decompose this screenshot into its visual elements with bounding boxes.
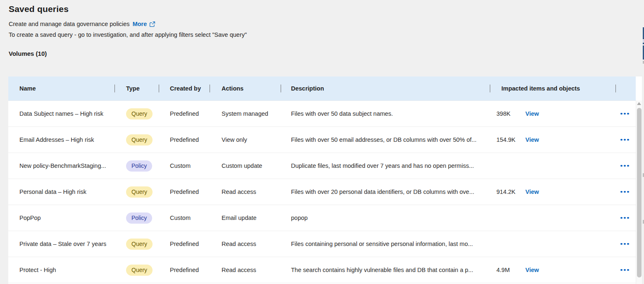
type-badge: Query bbox=[126, 108, 153, 119]
table-scrollbar[interactable] bbox=[636, 100, 642, 284]
cell-description: Duplicate files, last modified over 7 ye… bbox=[281, 153, 490, 179]
query-name: Data Subject names – High risk bbox=[19, 110, 103, 117]
more-link-label: More bbox=[133, 21, 147, 27]
cell-name: Protect - High bbox=[8, 257, 115, 283]
table-body: Data Subject names – High risk Query Pre… bbox=[8, 100, 636, 283]
impacted-count: 4.9M bbox=[496, 267, 525, 273]
cell-impacted: 154.9K View bbox=[490, 127, 616, 153]
view-link[interactable]: View bbox=[525, 136, 539, 143]
created-by-value: Predefined bbox=[170, 241, 199, 247]
cell-menu bbox=[616, 205, 636, 231]
page-title: Saved queries bbox=[9, 4, 644, 14]
created-by-value: Custom bbox=[170, 162, 191, 169]
instruction-text: To create a saved query - go to investig… bbox=[9, 31, 644, 38]
row-menu-button[interactable] bbox=[619, 162, 631, 169]
table-header-row: Name Type Created by Actions Description… bbox=[8, 76, 636, 100]
row-menu-button[interactable] bbox=[619, 189, 631, 196]
query-name: Personal data – High risk bbox=[19, 189, 86, 195]
view-link[interactable]: View bbox=[525, 267, 539, 273]
type-badge: Policy bbox=[126, 212, 152, 224]
cell-created-by: Predefined bbox=[159, 179, 210, 205]
cell-menu bbox=[616, 127, 636, 153]
cell-created-by: Custom bbox=[159, 153, 210, 179]
cell-actions: View only bbox=[210, 127, 281, 153]
column-header-impacted[interactable]: Impacted items and objects bbox=[490, 76, 616, 100]
query-name: Email Addresses – High risk bbox=[19, 136, 94, 143]
cell-description: Files with over 50 email addresses, or D… bbox=[281, 127, 490, 153]
cell-created-by: Predefined bbox=[159, 127, 210, 153]
scroll-up-icon[interactable] bbox=[637, 102, 641, 105]
query-name: New policy-BenchmarkStaging... bbox=[19, 162, 106, 169]
cell-actions: Custom update bbox=[210, 153, 281, 179]
more-link[interactable]: More bbox=[133, 21, 156, 27]
cell-name: Email Addresses – High risk bbox=[8, 127, 115, 153]
cell-description: Files with over 50 data subject names. bbox=[281, 101, 490, 126]
external-link-icon bbox=[149, 21, 155, 27]
cell-menu bbox=[616, 153, 636, 179]
description-value: Files with over 50 email addresses, or D… bbox=[291, 136, 477, 143]
table-row[interactable]: Personal data – High risk Query Predefin… bbox=[8, 179, 636, 205]
cell-impacted: 4.9M View bbox=[490, 257, 616, 283]
cell-description: The search contains highly vulnerable fi… bbox=[281, 257, 490, 283]
description-value: The search contains highly vulnerable fi… bbox=[291, 267, 473, 273]
cell-created-by: Predefined bbox=[159, 101, 210, 126]
impacted-count: 154.9K bbox=[496, 136, 525, 143]
cell-type: Query bbox=[115, 179, 159, 205]
cell-type: Query bbox=[115, 231, 159, 257]
table-row[interactable]: Data Subject names – High risk Query Pre… bbox=[8, 100, 636, 126]
column-header-description[interactable]: Description bbox=[281, 76, 490, 100]
cell-type: Policy bbox=[115, 205, 159, 231]
impacted-count: 914.2K bbox=[496, 189, 525, 195]
cell-type: Query bbox=[115, 101, 159, 126]
row-menu-button[interactable] bbox=[619, 110, 631, 117]
column-header-type[interactable]: Type bbox=[115, 76, 159, 100]
row-menu-button[interactable] bbox=[619, 215, 631, 222]
cell-impacted bbox=[490, 153, 616, 179]
table-row[interactable]: PopPop Policy Custom Email update popop bbox=[8, 205, 636, 231]
table-row[interactable]: Private data – Stale over 7 years Query … bbox=[8, 231, 636, 257]
description-value: popop bbox=[291, 215, 308, 221]
type-badge: Query bbox=[126, 239, 153, 250]
cell-type: Query bbox=[115, 257, 159, 283]
cell-actions: Read access bbox=[210, 257, 281, 283]
column-header-name[interactable]: Name bbox=[8, 76, 115, 100]
view-link[interactable]: View bbox=[525, 110, 539, 117]
type-badge: Policy bbox=[126, 160, 152, 172]
description-value: Duplicate files, last modified over 7 ye… bbox=[291, 162, 474, 169]
query-name: Private data – Stale over 7 years bbox=[19, 241, 106, 247]
table-row[interactable]: Protect - High Query Predefined Read acc… bbox=[8, 257, 636, 283]
cell-name: Private data – Stale over 7 years bbox=[8, 231, 115, 257]
cell-menu bbox=[616, 101, 636, 126]
cell-created-by: Custom bbox=[159, 205, 210, 231]
description-value: Files with over 20 personal data identif… bbox=[291, 189, 474, 195]
row-menu-button[interactable] bbox=[619, 267, 631, 274]
view-link[interactable]: View bbox=[525, 189, 539, 195]
cell-actions: Read access bbox=[210, 231, 281, 257]
cell-actions: Read access bbox=[210, 179, 281, 205]
saved-queries-table: Name Type Created by Actions Description… bbox=[8, 76, 642, 284]
cell-menu bbox=[616, 257, 636, 283]
actions-value: Read access bbox=[222, 189, 256, 195]
cell-actions: Email update bbox=[210, 205, 281, 231]
actions-value: View only bbox=[222, 136, 247, 143]
cell-menu bbox=[616, 179, 636, 205]
column-header-actions[interactable]: Actions bbox=[210, 76, 281, 100]
description-value: Files with over 50 data subject names. bbox=[291, 110, 393, 117]
row-menu-button[interactable] bbox=[619, 136, 631, 143]
actions-value: Read access bbox=[222, 267, 256, 273]
created-by-value: Custom bbox=[170, 215, 191, 221]
cell-impacted: 398K View bbox=[490, 101, 616, 126]
scrollbar-thumb[interactable] bbox=[637, 108, 642, 277]
column-header-created-by[interactable]: Created by bbox=[159, 76, 210, 100]
section-heading-volumes: Volumes (10) bbox=[9, 50, 644, 57]
cell-name: New policy-BenchmarkStaging... bbox=[8, 153, 115, 179]
type-badge: Query bbox=[126, 186, 153, 198]
table-row[interactable]: Email Addresses – High risk Query Predef… bbox=[8, 126, 636, 153]
query-name: Protect - High bbox=[19, 267, 56, 273]
cell-impacted bbox=[490, 231, 616, 257]
row-menu-button[interactable] bbox=[619, 241, 631, 248]
table-row[interactable]: New policy-BenchmarkStaging... Policy Cu… bbox=[8, 153, 636, 179]
impacted-count: 398K bbox=[496, 110, 525, 117]
created-by-value: Predefined bbox=[170, 136, 199, 143]
cell-name: Personal data – High risk bbox=[8, 179, 115, 205]
